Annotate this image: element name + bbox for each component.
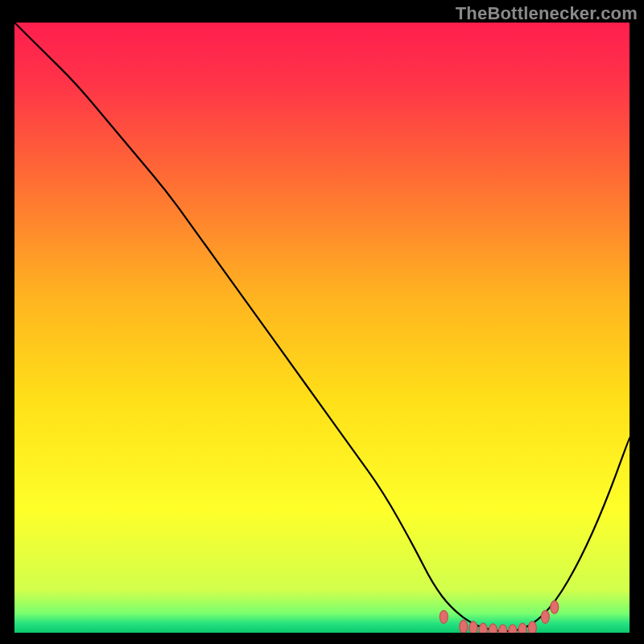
chart-plot bbox=[14, 23, 630, 633]
chart-svg bbox=[14, 23, 630, 633]
marker-point bbox=[541, 610, 549, 623]
marker-point bbox=[518, 623, 526, 633]
marker-point bbox=[551, 601, 559, 613]
marker-point bbox=[469, 621, 477, 633]
marker-point bbox=[440, 610, 448, 623]
credit-label: TheBottlenecker.com bbox=[456, 3, 638, 24]
marker-point bbox=[479, 623, 487, 633]
marker-point bbox=[460, 620, 468, 633]
marker-point bbox=[489, 624, 497, 633]
marker-point bbox=[528, 621, 536, 633]
marker-point bbox=[509, 625, 517, 633]
chart-background bbox=[14, 23, 630, 633]
marker-point bbox=[499, 625, 507, 633]
chart-frame: TheBottlenecker.com bbox=[0, 0, 644, 644]
